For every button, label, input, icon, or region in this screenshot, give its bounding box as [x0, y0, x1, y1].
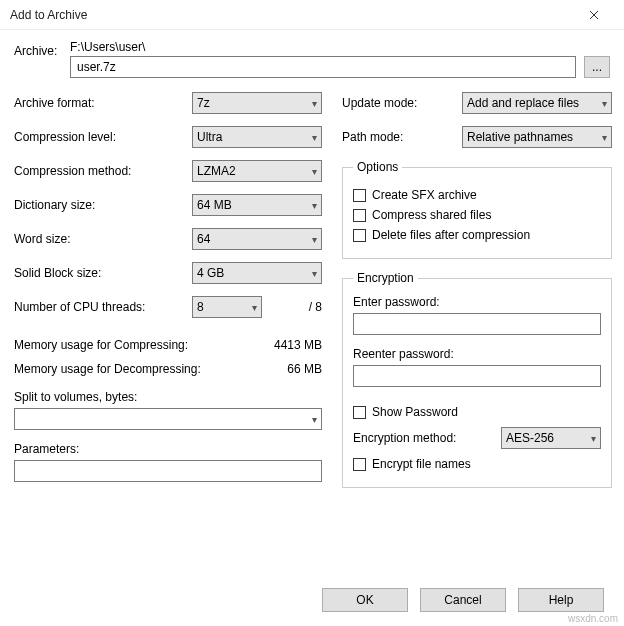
delete-after-checkbox[interactable] [353, 229, 366, 242]
split-volumes-label: Split to volumes, bytes: [14, 390, 322, 404]
enter-password-label: Enter password: [353, 295, 601, 309]
cpu-threads-total: / 8 [282, 300, 322, 314]
encrypt-filenames-checkbox[interactable] [353, 458, 366, 471]
compress-shared-label: Compress shared files [372, 208, 491, 222]
chevron-down-icon: ▾ [312, 268, 317, 279]
archive-format-select[interactable]: 7z▾ [192, 92, 322, 114]
options-legend: Options [353, 160, 402, 174]
show-password-label: Show Password [372, 405, 458, 419]
split-volumes-select[interactable]: ▾ [14, 408, 322, 430]
update-mode-label: Update mode: [342, 96, 462, 110]
parameters-label: Parameters: [14, 442, 322, 456]
reenter-password-label: Reenter password: [353, 347, 601, 361]
compression-level-label: Compression level: [14, 130, 192, 144]
sfx-label: Create SFX archive [372, 188, 477, 202]
chevron-down-icon: ▾ [602, 132, 607, 143]
update-mode-select[interactable]: Add and replace files▾ [462, 92, 612, 114]
chevron-down-icon: ▾ [312, 166, 317, 177]
chevron-down-icon: ▾ [312, 200, 317, 211]
dictionary-size-label: Dictionary size: [14, 198, 192, 212]
delete-after-label: Delete files after compression [372, 228, 530, 242]
archive-format-label: Archive format: [14, 96, 192, 110]
path-mode-label: Path mode: [342, 130, 462, 144]
help-button[interactable]: Help [518, 588, 604, 612]
button-bar: OK Cancel Help [0, 588, 624, 612]
archive-filename-input[interactable] [70, 56, 576, 78]
encryption-legend: Encryption [353, 271, 418, 285]
path-mode-select[interactable]: Relative pathnames▾ [462, 126, 612, 148]
titlebar: Add to Archive [0, 0, 624, 30]
options-group: Options Create SFX archive Compress shar… [342, 160, 612, 259]
mem-compress-label: Memory usage for Compressing: [14, 338, 188, 352]
cpu-threads-label: Number of CPU threads: [14, 300, 192, 314]
chevron-down-icon: ▾ [312, 414, 317, 425]
close-button[interactable] [574, 0, 614, 30]
chevron-down-icon: ▾ [312, 234, 317, 245]
mem-decompress-label: Memory usage for Decompressing: [14, 362, 201, 376]
browse-button[interactable]: ... [584, 56, 610, 78]
chevron-down-icon: ▾ [312, 98, 317, 109]
mem-compress-value: 4413 MB [274, 338, 322, 352]
dictionary-size-select[interactable]: 64 MB▾ [192, 194, 322, 216]
encrypt-filenames-label: Encrypt file names [372, 457, 471, 471]
cpu-threads-select[interactable]: 8▾ [192, 296, 262, 318]
chevron-down-icon: ▾ [252, 302, 257, 313]
chevron-down-icon: ▾ [602, 98, 607, 109]
compression-level-select[interactable]: Ultra▾ [192, 126, 322, 148]
reenter-password-input[interactable] [353, 365, 601, 387]
solid-block-size-select[interactable]: 4 GB▾ [192, 262, 322, 284]
compression-method-label: Compression method: [14, 164, 192, 178]
enter-password-input[interactable] [353, 313, 601, 335]
archive-label: Archive: [14, 40, 70, 58]
window-title: Add to Archive [10, 8, 574, 22]
encryption-method-select[interactable]: AES-256▾ [501, 427, 601, 449]
ok-button[interactable]: OK [322, 588, 408, 612]
word-size-select[interactable]: 64▾ [192, 228, 322, 250]
word-size-label: Word size: [14, 232, 192, 246]
cancel-button[interactable]: Cancel [420, 588, 506, 612]
watermark: wsxdn.com [568, 613, 618, 624]
chevron-down-icon: ▾ [312, 132, 317, 143]
ellipsis-icon: ... [592, 60, 602, 74]
show-password-checkbox[interactable] [353, 406, 366, 419]
sfx-checkbox[interactable] [353, 189, 366, 202]
mem-decompress-value: 66 MB [287, 362, 322, 376]
compression-method-select[interactable]: LZMA2▾ [192, 160, 322, 182]
archive-path: F:\Users\user\ [70, 40, 610, 54]
encryption-method-label: Encryption method: [353, 431, 501, 445]
parameters-input[interactable] [14, 460, 322, 482]
compress-shared-checkbox[interactable] [353, 209, 366, 222]
close-icon [589, 10, 599, 20]
solid-block-size-label: Solid Block size: [14, 266, 192, 280]
encryption-group: Encryption Enter password: Reenter passw… [342, 271, 612, 488]
chevron-down-icon: ▾ [591, 433, 596, 444]
